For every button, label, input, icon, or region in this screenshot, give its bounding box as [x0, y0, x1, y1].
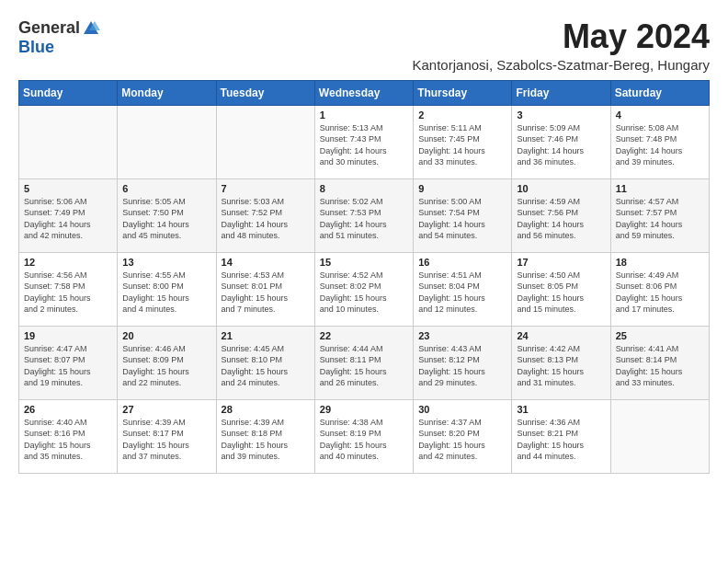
- day-info: Sunrise: 4:39 AM Sunset: 8:17 PM Dayligh…: [122, 417, 210, 463]
- day-info: Sunrise: 4:59 AM Sunset: 7:56 PM Dayligh…: [517, 196, 605, 242]
- day-info: Sunrise: 4:42 AM Sunset: 8:13 PM Dayligh…: [517, 343, 605, 389]
- weekday-wednesday: Wednesday: [314, 80, 413, 105]
- day-number: 21: [222, 330, 310, 341]
- calendar-week-2: 5Sunrise: 5:06 AM Sunset: 7:49 PM Daylig…: [19, 178, 710, 252]
- calendar-cell: 26Sunrise: 4:40 AM Sunset: 8:16 PM Dayli…: [19, 399, 118, 473]
- location-subtitle: Kantorjanosi, Szabolcs-Szatmar-Bereg, Hu…: [413, 57, 710, 73]
- day-info: Sunrise: 4:36 AM Sunset: 8:21 PM Dayligh…: [517, 417, 605, 463]
- day-info: Sunrise: 5:00 AM Sunset: 7:54 PM Dayligh…: [418, 196, 506, 242]
- day-info: Sunrise: 5:08 AM Sunset: 7:48 PM Dayligh…: [616, 122, 704, 168]
- logo-blue-text: Blue: [18, 38, 54, 57]
- day-info: Sunrise: 4:46 AM Sunset: 8:09 PM Dayligh…: [122, 343, 210, 389]
- day-number: 1: [320, 109, 408, 121]
- calendar-cell: 31Sunrise: 4:36 AM Sunset: 8:21 PM Dayli…: [512, 399, 610, 473]
- day-info: Sunrise: 4:57 AM Sunset: 7:57 PM Dayligh…: [616, 196, 704, 242]
- day-info: Sunrise: 4:51 AM Sunset: 8:04 PM Dayligh…: [418, 270, 506, 316]
- day-info: Sunrise: 5:02 AM Sunset: 7:53 PM Dayligh…: [320, 196, 408, 242]
- calendar-cell: 18Sunrise: 4:49 AM Sunset: 8:06 PM Dayli…: [610, 252, 709, 326]
- day-number: 23: [418, 330, 506, 341]
- calendar-cell: 9Sunrise: 5:00 AM Sunset: 7:54 PM Daylig…: [414, 178, 512, 252]
- calendar-cell: [19, 105, 118, 178]
- day-info: Sunrise: 5:11 AM Sunset: 7:45 PM Dayligh…: [418, 122, 506, 168]
- weekday-tuesday: Tuesday: [216, 80, 314, 105]
- calendar-cell: 27Sunrise: 4:39 AM Sunset: 8:17 PM Dayli…: [118, 399, 216, 473]
- day-number: 28: [222, 404, 310, 415]
- day-number: 12: [24, 257, 112, 268]
- day-info: Sunrise: 4:47 AM Sunset: 8:07 PM Dayligh…: [24, 343, 112, 389]
- day-number: 25: [616, 330, 704, 341]
- day-info: Sunrise: 4:50 AM Sunset: 8:05 PM Dayligh…: [517, 270, 605, 316]
- day-info: Sunrise: 4:45 AM Sunset: 8:10 PM Dayligh…: [222, 343, 310, 389]
- day-number: 17: [517, 257, 605, 268]
- day-number: 19: [24, 330, 112, 341]
- day-number: 24: [517, 330, 605, 341]
- day-number: 18: [616, 257, 704, 268]
- calendar-cell: 16Sunrise: 4:51 AM Sunset: 8:04 PM Dayli…: [414, 252, 512, 326]
- calendar-body: 1Sunrise: 5:13 AM Sunset: 7:43 PM Daylig…: [19, 105, 710, 473]
- day-number: 2: [418, 109, 506, 121]
- calendar-cell: 19Sunrise: 4:47 AM Sunset: 8:07 PM Dayli…: [19, 326, 118, 399]
- day-number: 26: [24, 404, 112, 415]
- day-info: Sunrise: 5:06 AM Sunset: 7:49 PM Dayligh…: [24, 196, 112, 242]
- logo-icon: [82, 19, 100, 38]
- calendar-cell: 29Sunrise: 4:38 AM Sunset: 8:19 PM Dayli…: [314, 399, 413, 473]
- day-number: 29: [320, 404, 408, 415]
- day-number: 14: [222, 257, 310, 268]
- day-info: Sunrise: 4:40 AM Sunset: 8:16 PM Dayligh…: [24, 417, 112, 463]
- logo-general-text: General: [18, 18, 80, 38]
- day-info: Sunrise: 4:39 AM Sunset: 8:18 PM Dayligh…: [222, 417, 310, 463]
- calendar-week-4: 19Sunrise: 4:47 AM Sunset: 8:07 PM Dayli…: [19, 326, 710, 399]
- calendar-cell: 3Sunrise: 5:09 AM Sunset: 7:46 PM Daylig…: [512, 105, 610, 178]
- month-title: May 2024: [413, 18, 710, 55]
- calendar-cell: [610, 399, 709, 473]
- day-info: Sunrise: 4:43 AM Sunset: 8:12 PM Dayligh…: [418, 343, 506, 389]
- day-number: 30: [418, 404, 506, 415]
- weekday-monday: Monday: [118, 80, 216, 105]
- day-number: 4: [616, 109, 704, 121]
- day-info: Sunrise: 4:38 AM Sunset: 8:19 PM Dayligh…: [320, 417, 408, 463]
- calendar-cell: 23Sunrise: 4:43 AM Sunset: 8:12 PM Dayli…: [414, 326, 512, 399]
- calendar-cell: 1Sunrise: 5:13 AM Sunset: 7:43 PM Daylig…: [314, 105, 413, 178]
- weekday-thursday: Thursday: [414, 80, 512, 105]
- day-number: 10: [517, 183, 605, 194]
- day-number: 22: [320, 330, 408, 341]
- day-info: Sunrise: 4:56 AM Sunset: 7:58 PM Dayligh…: [24, 270, 112, 316]
- calendar-cell: [118, 105, 216, 178]
- calendar-cell: 7Sunrise: 5:03 AM Sunset: 7:52 PM Daylig…: [216, 178, 314, 252]
- calendar-cell: 15Sunrise: 4:52 AM Sunset: 8:02 PM Dayli…: [314, 252, 413, 326]
- calendar-cell: 4Sunrise: 5:08 AM Sunset: 7:48 PM Daylig…: [610, 105, 709, 178]
- calendar-cell: 14Sunrise: 4:53 AM Sunset: 8:01 PM Dayli…: [216, 252, 314, 326]
- day-info: Sunrise: 4:52 AM Sunset: 8:02 PM Dayligh…: [320, 270, 408, 316]
- calendar-cell: 10Sunrise: 4:59 AM Sunset: 7:56 PM Dayli…: [512, 178, 610, 252]
- day-info: Sunrise: 5:03 AM Sunset: 7:52 PM Dayligh…: [222, 196, 310, 242]
- calendar-week-1: 1Sunrise: 5:13 AM Sunset: 7:43 PM Daylig…: [19, 105, 710, 178]
- calendar-cell: 20Sunrise: 4:46 AM Sunset: 8:09 PM Dayli…: [118, 326, 216, 399]
- calendar-cell: 25Sunrise: 4:41 AM Sunset: 8:14 PM Dayli…: [610, 326, 709, 399]
- calendar-cell: 21Sunrise: 4:45 AM Sunset: 8:10 PM Dayli…: [216, 326, 314, 399]
- day-info: Sunrise: 4:37 AM Sunset: 8:20 PM Dayligh…: [418, 417, 506, 463]
- day-number: 5: [24, 183, 112, 194]
- title-block: May 2024 Kantorjanosi, Szabolcs-Szatmar-…: [413, 18, 710, 73]
- calendar-cell: 30Sunrise: 4:37 AM Sunset: 8:20 PM Dayli…: [414, 399, 512, 473]
- day-info: Sunrise: 4:55 AM Sunset: 8:00 PM Dayligh…: [122, 270, 210, 316]
- calendar-cell: 13Sunrise: 4:55 AM Sunset: 8:00 PM Dayli…: [118, 252, 216, 326]
- calendar-cell: 12Sunrise: 4:56 AM Sunset: 7:58 PM Dayli…: [19, 252, 118, 326]
- calendar-cell: 11Sunrise: 4:57 AM Sunset: 7:57 PM Dayli…: [610, 178, 709, 252]
- calendar-cell: 24Sunrise: 4:42 AM Sunset: 8:13 PM Dayli…: [512, 326, 610, 399]
- day-info: Sunrise: 4:41 AM Sunset: 8:14 PM Dayligh…: [616, 343, 704, 389]
- day-info: Sunrise: 5:05 AM Sunset: 7:50 PM Dayligh…: [122, 196, 210, 242]
- day-number: 31: [517, 404, 605, 415]
- calendar-cell: 2Sunrise: 5:11 AM Sunset: 7:45 PM Daylig…: [414, 105, 512, 178]
- day-number: 15: [320, 257, 408, 268]
- day-number: 11: [616, 183, 704, 194]
- calendar-cell: [216, 105, 314, 178]
- day-number: 3: [517, 109, 605, 121]
- calendar-cell: 5Sunrise: 5:06 AM Sunset: 7:49 PM Daylig…: [19, 178, 118, 252]
- calendar-cell: 28Sunrise: 4:39 AM Sunset: 8:18 PM Dayli…: [216, 399, 314, 473]
- page-header: General Blue May 2024 Kantorjanosi, Szab…: [18, 18, 710, 73]
- day-number: 7: [222, 183, 310, 194]
- logo: General Blue: [18, 18, 100, 57]
- calendar-cell: 6Sunrise: 5:05 AM Sunset: 7:50 PM Daylig…: [118, 178, 216, 252]
- calendar-cell: 22Sunrise: 4:44 AM Sunset: 8:11 PM Dayli…: [314, 326, 413, 399]
- day-info: Sunrise: 4:49 AM Sunset: 8:06 PM Dayligh…: [616, 270, 704, 316]
